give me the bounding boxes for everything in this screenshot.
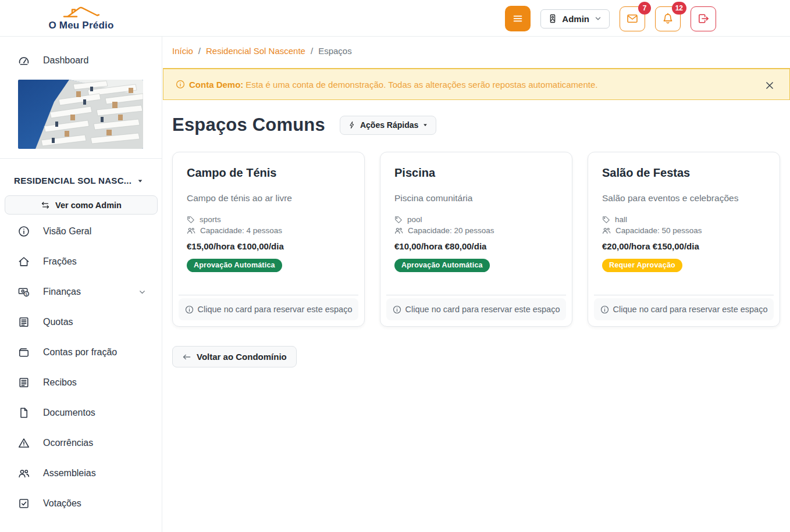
- messages-count-badge: 7: [638, 2, 651, 15]
- messages-button[interactable]: 7: [620, 6, 645, 31]
- bell-icon: [662, 13, 674, 24]
- sidebar-item-documentos[interactable]: Documentos: [0, 398, 162, 428]
- space-price: €15,00/hora €100,00/dia: [187, 241, 350, 251]
- sidebar-item-label: Contas por fração: [43, 347, 147, 358]
- info-circle-icon: [393, 305, 401, 314]
- header-controls: Admin 7: [505, 6, 716, 31]
- sidebar-item-votacoes[interactable]: Votações: [0, 488, 162, 519]
- info-circle-icon: [185, 305, 194, 314]
- demo-banner-message: Esta é uma conta de demonstração. Todas …: [245, 80, 597, 90]
- sidebar-item-ocorrencias[interactable]: Ocorrências: [0, 428, 162, 458]
- demo-banner: Conta Demo:Esta é uma conta de demonstra…: [163, 68, 790, 100]
- reserve-hint: Clique no card para reservar este espaço: [386, 298, 566, 320]
- sidebar-item-assembleias[interactable]: Assembleias: [0, 458, 162, 488]
- spaces-grid: Campo de Ténis Campo de ténis ao ar livr…: [172, 152, 781, 327]
- space-tag: pool: [407, 215, 422, 224]
- sidebar-item-financas[interactable]: $ Finanças: [0, 277, 162, 307]
- approval-badge: Requer Aprovação: [602, 259, 682, 272]
- sidebar-item-label: Documentos: [43, 408, 147, 418]
- back-to-condo-button[interactable]: Voltar ao Condomínio: [172, 346, 297, 367]
- sidebar-divider: [0, 158, 162, 159]
- breadcrumb-home-link[interactable]: Início: [172, 46, 193, 56]
- card-divider: [179, 295, 358, 295]
- space-card-footer: Clique no card para reservar este espaço: [386, 295, 566, 320]
- space-title: Piscina: [394, 166, 558, 180]
- space-card-footer: Clique no card para reservar este espaço: [179, 295, 358, 320]
- sidebar-item-label: Frações: [43, 256, 147, 267]
- brand-name: O Meu Prédio: [49, 20, 114, 31]
- space-capacity-row: Capacidade: 4 pessoas: [187, 226, 350, 235]
- sidebar-item-dashboard[interactable]: Dashboard: [0, 45, 162, 76]
- card-divider: [594, 295, 774, 295]
- sidebar-item-visao-geral[interactable]: Visão Geral: [0, 216, 162, 247]
- approval-badge: Aprovação Automática: [394, 259, 490, 272]
- space-capacity: Capacidade: 50 pessoas: [615, 226, 702, 235]
- space-card-salao-de-festas[interactable]: Salão de Festas Salão para eventos e cel…: [588, 152, 780, 327]
- people-icon: [18, 467, 30, 479]
- cash-coin-icon: $: [18, 286, 30, 298]
- quick-actions-button[interactable]: Ações Rápidas: [340, 116, 436, 135]
- space-card-campo-de-tenis[interactable]: Campo de Ténis Campo de ténis ao ar livr…: [172, 152, 365, 327]
- breadcrumb-condo-link[interactable]: Residencial Sol Nascente: [206, 46, 305, 56]
- banner-close-button[interactable]: [760, 76, 779, 95]
- notifications-button[interactable]: 12: [655, 6, 681, 31]
- space-capacity: Capacidade: 4 pessoas: [200, 226, 282, 235]
- hamburger-icon: [512, 13, 524, 24]
- swap-arrows-icon: [41, 201, 50, 210]
- arrow-left-icon: [182, 352, 191, 362]
- space-capacity-row: Capacidade: 50 pessoas: [602, 226, 766, 235]
- condo-selector[interactable]: RESIDENCIAL SOL NASC...: [0, 176, 162, 185]
- chevron-down-icon: [594, 15, 602, 23]
- page-title: Espaços Comuns: [172, 115, 325, 135]
- tag-icon: [394, 216, 403, 224]
- chevron-down-icon: [138, 288, 147, 297]
- space-description: Salão para eventos e celebrações: [602, 193, 766, 203]
- demo-banner-text: Conta Demo:Esta é uma conta de demonstra…: [189, 80, 597, 90]
- title-row: Espaços Comuns Ações Rápidas: [172, 115, 781, 135]
- sidebar-item-label: Ocorrências: [43, 438, 147, 448]
- page-body: Espaços Comuns Ações Rápidas Campo de Té…: [163, 100, 790, 367]
- people-icon: [602, 226, 611, 235]
- sidebar-item-contas-por-fracao[interactable]: Contas por fração: [0, 337, 162, 367]
- people-icon: [187, 226, 195, 235]
- info-circle-icon: [18, 226, 30, 237]
- speedometer-icon: [18, 55, 30, 66]
- sidebar-item-quotas[interactable]: Quotas: [0, 307, 162, 337]
- space-tag: hall: [615, 215, 627, 224]
- sidebar-nav: Visão Geral Frações $ Finanças: [0, 216, 162, 519]
- user-menu-label: Admin: [562, 14, 589, 24]
- demo-banner-label: Conta Demo:: [189, 80, 243, 90]
- space-price: €10,00/hora €80,00/dia: [394, 241, 558, 251]
- quick-actions-label: Ações Rápidas: [360, 120, 418, 130]
- breadcrumb-separator: /: [311, 46, 313, 56]
- roof-icon: [62, 5, 101, 19]
- sidebar-item-label: Visão Geral: [43, 226, 147, 237]
- space-card-piscina[interactable]: Piscina Piscina comunitária pool: [380, 152, 572, 327]
- notifications-count-badge: 12: [672, 2, 686, 15]
- caret-down-icon: [422, 122, 428, 128]
- view-as-admin-button[interactable]: Ver como Admin: [5, 195, 158, 215]
- sidebar-item-label: Finanças: [43, 287, 124, 297]
- document-icon: [18, 407, 30, 419]
- reserve-hint: Clique no card para reservar este espaço: [594, 298, 774, 320]
- space-capacity: Capacidade: 20 pessoas: [408, 226, 494, 235]
- logout-button[interactable]: [691, 6, 716, 31]
- user-menu-button[interactable]: Admin: [540, 9, 610, 28]
- app-logo[interactable]: O Meu Prédio: [0, 0, 162, 37]
- space-tag-row: sports: [187, 215, 350, 224]
- space-capacity-row: Capacidade: 20 pessoas: [394, 226, 558, 235]
- receipt-icon: [18, 377, 30, 388]
- reserve-hint-text: Clique no card para reservar este espaço: [405, 305, 560, 314]
- sidebar-item-label: Quotas: [43, 317, 147, 327]
- wallet-icon: [18, 347, 30, 358]
- menu-toggle-button[interactable]: [505, 6, 531, 31]
- space-card-footer: Clique no card para reservar este espaço: [594, 295, 774, 320]
- sidebar-item-recibos[interactable]: Recibos: [0, 367, 162, 398]
- person-badge-icon: [548, 14, 557, 23]
- space-meta: pool Capacidade: 20 pessoas: [394, 215, 558, 235]
- sidebar-item-label: Assembleias: [43, 468, 147, 479]
- sidebar-item-fracoes[interactable]: Frações: [0, 247, 162, 277]
- check-square-icon: [18, 498, 30, 509]
- space-title: Salão de Festas: [602, 166, 766, 180]
- top-header: O Meu Prédio Admin: [0, 0, 790, 37]
